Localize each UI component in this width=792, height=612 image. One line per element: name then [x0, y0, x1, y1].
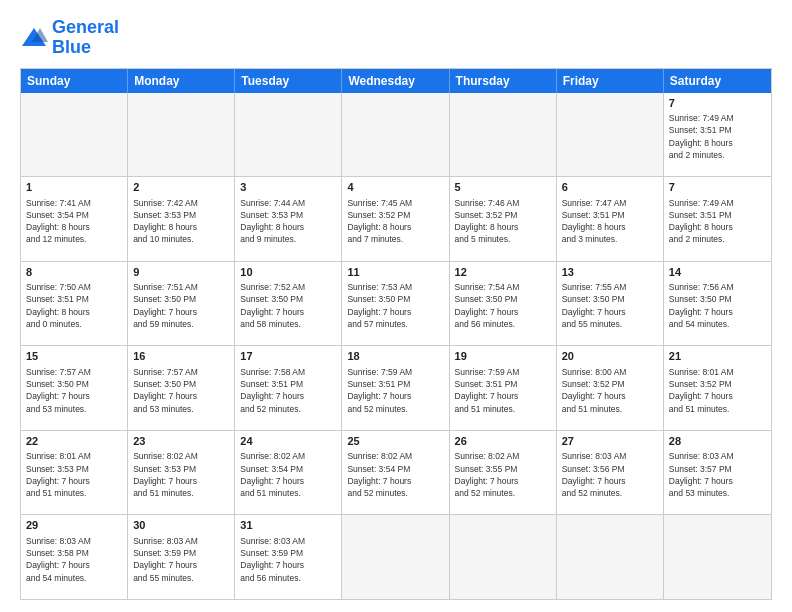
calendar-header-cell: Saturday: [664, 69, 771, 93]
day-info: Sunrise: 7:58 AM Sunset: 3:51 PM Dayligh…: [240, 366, 336, 415]
day-number: 4: [347, 180, 443, 195]
calendar-cell: 24Sunrise: 8:02 AM Sunset: 3:54 PM Dayli…: [235, 431, 342, 515]
calendar-cell: 26Sunrise: 8:02 AM Sunset: 3:55 PM Dayli…: [450, 431, 557, 515]
calendar-cell: 23Sunrise: 8:02 AM Sunset: 3:53 PM Dayli…: [128, 431, 235, 515]
day-number: 11: [347, 265, 443, 280]
calendar-cell: 1Sunrise: 7:41 AM Sunset: 3:54 PM Daylig…: [21, 177, 128, 261]
calendar-cell: 16Sunrise: 7:57 AM Sunset: 3:50 PM Dayli…: [128, 346, 235, 430]
day-number: 23: [133, 434, 229, 449]
day-info: Sunrise: 8:02 AM Sunset: 3:54 PM Dayligh…: [240, 450, 336, 499]
day-info: Sunrise: 8:03 AM Sunset: 3:57 PM Dayligh…: [669, 450, 766, 499]
day-info: Sunrise: 8:03 AM Sunset: 3:59 PM Dayligh…: [133, 535, 229, 584]
calendar-cell: 2Sunrise: 7:42 AM Sunset: 3:53 PM Daylig…: [128, 177, 235, 261]
day-info: Sunrise: 7:47 AM Sunset: 3:51 PM Dayligh…: [562, 197, 658, 246]
day-info: Sunrise: 7:49 AM Sunset: 3:51 PM Dayligh…: [669, 197, 766, 246]
calendar-cell: 11Sunrise: 7:53 AM Sunset: 3:50 PM Dayli…: [342, 262, 449, 346]
day-number: 10: [240, 265, 336, 280]
day-number: 24: [240, 434, 336, 449]
day-number: 7: [669, 180, 766, 195]
day-number: 12: [455, 265, 551, 280]
day-info: Sunrise: 7:57 AM Sunset: 3:50 PM Dayligh…: [133, 366, 229, 415]
day-number: 5: [455, 180, 551, 195]
calendar-header-cell: Friday: [557, 69, 664, 93]
header: General Blue: [20, 18, 772, 58]
day-number: 7: [669, 96, 766, 111]
day-number: 3: [240, 180, 336, 195]
calendar-cell: 7Sunrise: 7:49 AM Sunset: 3:51 PM Daylig…: [664, 93, 771, 177]
calendar-header-cell: Tuesday: [235, 69, 342, 93]
day-info: Sunrise: 7:42 AM Sunset: 3:53 PM Dayligh…: [133, 197, 229, 246]
day-number: 1: [26, 180, 122, 195]
calendar-cell: [664, 515, 771, 599]
day-info: Sunrise: 7:49 AM Sunset: 3:51 PM Dayligh…: [669, 112, 766, 161]
day-info: Sunrise: 7:53 AM Sunset: 3:50 PM Dayligh…: [347, 281, 443, 330]
day-number: 6: [562, 180, 658, 195]
calendar-cell: [128, 93, 235, 177]
calendar-cell: 12Sunrise: 7:54 AM Sunset: 3:50 PM Dayli…: [450, 262, 557, 346]
calendar-cell: [21, 93, 128, 177]
calendar-cell: 20Sunrise: 8:00 AM Sunset: 3:52 PM Dayli…: [557, 346, 664, 430]
day-number: 29: [26, 518, 122, 533]
calendar-cell: 6Sunrise: 7:47 AM Sunset: 3:51 PM Daylig…: [557, 177, 664, 261]
day-number: 19: [455, 349, 551, 364]
day-number: 30: [133, 518, 229, 533]
day-number: 20: [562, 349, 658, 364]
calendar-cell: 9Sunrise: 7:51 AM Sunset: 3:50 PM Daylig…: [128, 262, 235, 346]
calendar-header-cell: Thursday: [450, 69, 557, 93]
calendar-cell: 14Sunrise: 7:56 AM Sunset: 3:50 PM Dayli…: [664, 262, 771, 346]
calendar-cell: 15Sunrise: 7:57 AM Sunset: 3:50 PM Dayli…: [21, 346, 128, 430]
day-number: 16: [133, 349, 229, 364]
day-number: 18: [347, 349, 443, 364]
day-number: 14: [669, 265, 766, 280]
calendar-cell: 13Sunrise: 7:55 AM Sunset: 3:50 PM Dayli…: [557, 262, 664, 346]
calendar-header-cell: Sunday: [21, 69, 128, 93]
calendar-cell: 17Sunrise: 7:58 AM Sunset: 3:51 PM Dayli…: [235, 346, 342, 430]
day-info: Sunrise: 8:01 AM Sunset: 3:52 PM Dayligh…: [669, 366, 766, 415]
calendar-week: 15Sunrise: 7:57 AM Sunset: 3:50 PM Dayli…: [21, 346, 771, 431]
day-info: Sunrise: 7:41 AM Sunset: 3:54 PM Dayligh…: [26, 197, 122, 246]
day-info: Sunrise: 7:54 AM Sunset: 3:50 PM Dayligh…: [455, 281, 551, 330]
day-info: Sunrise: 8:03 AM Sunset: 3:56 PM Dayligh…: [562, 450, 658, 499]
day-info: Sunrise: 7:52 AM Sunset: 3:50 PM Dayligh…: [240, 281, 336, 330]
day-info: Sunrise: 7:57 AM Sunset: 3:50 PM Dayligh…: [26, 366, 122, 415]
day-info: Sunrise: 8:02 AM Sunset: 3:53 PM Dayligh…: [133, 450, 229, 499]
day-number: 25: [347, 434, 443, 449]
day-number: 22: [26, 434, 122, 449]
day-info: Sunrise: 7:56 AM Sunset: 3:50 PM Dayligh…: [669, 281, 766, 330]
calendar-cell: 19Sunrise: 7:59 AM Sunset: 3:51 PM Dayli…: [450, 346, 557, 430]
day-info: Sunrise: 7:45 AM Sunset: 3:52 PM Dayligh…: [347, 197, 443, 246]
day-info: Sunrise: 7:59 AM Sunset: 3:51 PM Dayligh…: [347, 366, 443, 415]
calendar-cell: 5Sunrise: 7:46 AM Sunset: 3:52 PM Daylig…: [450, 177, 557, 261]
calendar-cell: 22Sunrise: 8:01 AM Sunset: 3:53 PM Dayli…: [21, 431, 128, 515]
day-number: 31: [240, 518, 336, 533]
calendar-cell: 25Sunrise: 8:02 AM Sunset: 3:54 PM Dayli…: [342, 431, 449, 515]
day-number: 13: [562, 265, 658, 280]
logo-icon: [20, 24, 48, 52]
calendar-week: 1Sunrise: 7:41 AM Sunset: 3:54 PM Daylig…: [21, 177, 771, 262]
calendar-week: 8Sunrise: 7:50 AM Sunset: 3:51 PM Daylig…: [21, 262, 771, 347]
calendar-cell: 4Sunrise: 7:45 AM Sunset: 3:52 PM Daylig…: [342, 177, 449, 261]
calendar-header-cell: Monday: [128, 69, 235, 93]
calendar-cell: 10Sunrise: 7:52 AM Sunset: 3:50 PM Dayli…: [235, 262, 342, 346]
logo-text: General Blue: [52, 18, 119, 58]
day-info: Sunrise: 7:46 AM Sunset: 3:52 PM Dayligh…: [455, 197, 551, 246]
day-info: Sunrise: 8:02 AM Sunset: 3:54 PM Dayligh…: [347, 450, 443, 499]
day-info: Sunrise: 7:44 AM Sunset: 3:53 PM Dayligh…: [240, 197, 336, 246]
calendar-cell: [557, 93, 664, 177]
calendar-cell: [235, 93, 342, 177]
day-info: Sunrise: 8:01 AM Sunset: 3:53 PM Dayligh…: [26, 450, 122, 499]
calendar-header: SundayMondayTuesdayWednesdayThursdayFrid…: [21, 69, 771, 93]
calendar-week: 29Sunrise: 8:03 AM Sunset: 3:58 PM Dayli…: [21, 515, 771, 599]
day-number: 26: [455, 434, 551, 449]
calendar-cell: 29Sunrise: 8:03 AM Sunset: 3:58 PM Dayli…: [21, 515, 128, 599]
day-number: 15: [26, 349, 122, 364]
day-number: 28: [669, 434, 766, 449]
calendar-cell: 21Sunrise: 8:01 AM Sunset: 3:52 PM Dayli…: [664, 346, 771, 430]
calendar-cell: [450, 515, 557, 599]
day-number: 27: [562, 434, 658, 449]
calendar-body: 7Sunrise: 7:49 AM Sunset: 3:51 PM Daylig…: [21, 93, 771, 599]
logo: General Blue: [20, 18, 119, 58]
day-info: Sunrise: 7:51 AM Sunset: 3:50 PM Dayligh…: [133, 281, 229, 330]
day-info: Sunrise: 8:03 AM Sunset: 3:59 PM Dayligh…: [240, 535, 336, 584]
day-info: Sunrise: 7:50 AM Sunset: 3:51 PM Dayligh…: [26, 281, 122, 330]
